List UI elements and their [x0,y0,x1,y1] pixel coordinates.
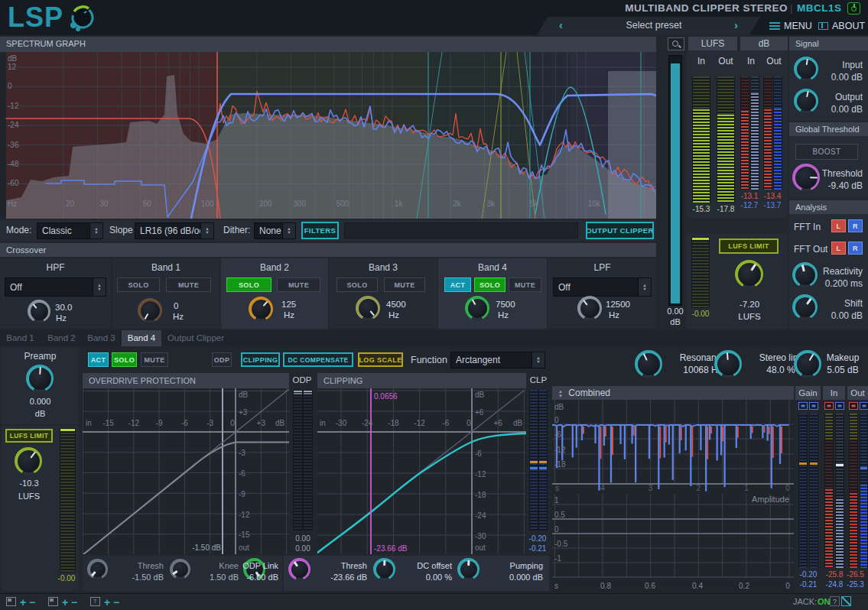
zoom-button[interactable] [668,37,684,50]
combined-header[interactable]: ▲▼ Combined [552,386,794,400]
help-button[interactable]: ? [830,596,840,606]
band-odp-button[interactable]: ODP [212,352,232,367]
zoom-in-button[interactable]: + [62,597,68,608]
db-out-left-value: -13.4 [762,192,783,200]
band-log-scale-button[interactable]: LOG SCALE [358,352,403,367]
svg-text:-6: -6 [475,449,482,458]
odp-thresh-knob[interactable] [87,559,108,579]
svg-text:-0.5: -0.5 [554,540,568,548]
function-select[interactable]: Arctangent ▲▼ [450,352,545,368]
output-clipper-button[interactable]: OUTPUT CLIPPER [586,222,654,239]
fft-out-right-button[interactable]: R [848,242,863,255]
band-dc-compensate-button[interactable]: DC COMPENSATE [283,352,353,367]
band4-title: Band 4 [438,262,547,273]
band4-act-button[interactable]: ACT [444,277,471,292]
band2-mute-button[interactable]: MUTE [277,277,320,292]
tab-band4[interactable]: Band 4 [122,330,161,346]
svg-text:-3: -3 [206,419,213,427]
out-right-toggle[interactable] [860,402,868,410]
window-layout-icon[interactable] [6,597,16,606]
lufs-meters-header: LUFS [688,37,737,50]
band4-solo-button[interactable]: SOLO [474,277,506,292]
lufs-limit-knob[interactable] [735,260,763,288]
dc-offset-knob[interactable] [373,558,395,580]
lpf-freq-knob[interactable] [577,296,602,320]
band-clipping-button[interactable]: CLIPPING [241,352,280,367]
dither-select[interactable]: None ▲▼ [254,222,296,239]
svg-text:dB: dB [554,403,564,411]
zoom-out-button[interactable]: − [71,597,77,608]
tab-output-clipper[interactable]: Output Clipper [162,330,229,346]
svg-text:dB: dB [239,391,249,399]
band1-solo-button[interactable]: SOLO [117,277,160,292]
band1-freq-knob[interactable] [138,298,162,323]
out-value2: -25.3 [843,580,868,589]
preset-next-button[interactable]: › [734,18,738,31]
mode-select[interactable]: Classic ▲▼ [37,222,103,239]
text-scale-icon[interactable]: T [90,597,100,606]
fft-in-right-button[interactable]: R [848,219,863,232]
svg-text:-30: -30 [475,532,486,540]
band-lufs-knob[interactable] [15,447,42,475]
fft-in-left-button[interactable]: L [831,219,846,232]
lpf-freq-unit: Hz [609,310,619,320]
clip-thresh-knob[interactable] [288,558,310,580]
band1-mute-button[interactable]: MUTE [166,277,211,292]
gain-right-toggle[interactable] [809,402,818,410]
band2-freq-knob[interactable] [249,297,273,321]
out-left-toggle[interactable] [849,402,858,410]
svg-text:-1: -1 [554,554,561,563]
zoom-out-button[interactable]: − [113,597,119,608]
band2-solo-button[interactable]: SOLO [226,277,271,292]
lufs-limit-meter-value: -0.00 [687,310,714,318]
makeup-label: Makeup [818,352,867,363]
tab-band2[interactable]: Band 2 [42,330,81,346]
makeup-knob[interactable] [794,350,821,378]
tab-band3[interactable]: Band 3 [82,330,121,346]
knee-knob[interactable] [170,559,190,579]
band4-mute-button[interactable]: MUTE [509,277,541,292]
band3-mute-button[interactable]: MUTE [384,277,425,292]
boost-button[interactable]: BOOST [795,144,858,160]
band3-solo-button[interactable]: SOLO [336,277,378,292]
zoom-in-button[interactable]: + [20,597,26,608]
svg-text:0: 0 [785,484,790,492]
band-act-button[interactable]: ACT [88,352,109,367]
power-button[interactable] [847,2,860,15]
window-layout-icon[interactable] [48,597,58,606]
hpf-mode-select[interactable]: Off ▲▼ [5,277,106,297]
gain-left-toggle[interactable] [798,402,808,410]
band-solo-button[interactable]: SOLO [112,352,137,367]
main-fader[interactable] [668,55,682,306]
preset-label[interactable]: Select preset [604,20,704,31]
filters-button[interactable]: FILTERS [301,222,339,239]
lufs-limit-button[interactable]: LUFS LIMIT [719,238,779,254]
about-button[interactable]: ABOUT [832,21,865,31]
hpf-freq-knob[interactable] [28,300,50,323]
band-mute-button[interactable]: MUTE [141,352,168,367]
crossover-header: Crossover [0,243,656,257]
odp-thresh-label: Thresh [112,561,164,570]
fft-out-left-button[interactable]: L [831,242,846,255]
zoom-out-button[interactable]: − [29,597,35,608]
db-in-label: In [740,56,762,67]
preamp-knob[interactable] [26,365,54,392]
slope-select[interactable]: LR16 (96 dB/oct) ▲▼ [135,222,214,239]
jack-label: JACK: [793,597,817,606]
db-in-meter-right [750,76,759,190]
stereo-link-knob[interactable] [714,350,742,378]
zoom-in-button[interactable]: + [104,597,110,608]
resize-icon[interactable] [841,596,851,606]
in-left-toggle[interactable] [824,402,834,410]
in-right-toggle[interactable] [835,402,844,410]
svg-text:0.6: 0.6 [645,582,655,590]
resonance-knob[interactable] [635,350,662,378]
band-lufs-limit-button[interactable]: LUFS LIMIT [5,429,53,443]
menu-button[interactable]: MENU [784,21,812,31]
band4-freq-knob[interactable] [465,296,489,320]
preset-prev-button[interactable]: ‹ [559,18,563,31]
lpf-mode-select[interactable]: Off ▲▼ [553,277,652,297]
pumping-knob[interactable] [457,558,480,580]
band3-freq-knob[interactable] [356,296,380,320]
tab-band1[interactable]: Band 1 [0,330,41,346]
